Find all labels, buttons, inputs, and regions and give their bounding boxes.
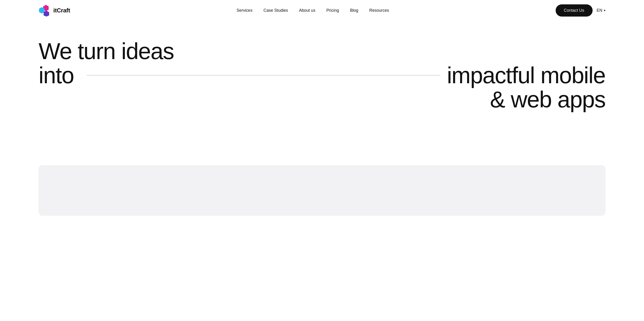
logo-icon xyxy=(38,4,51,17)
contact-us-button[interactable]: Contact Us xyxy=(556,4,592,17)
hero-line-1: We turn ideas xyxy=(38,39,605,63)
lang-label: EN xyxy=(597,8,602,13)
nav-resources[interactable]: Resources xyxy=(369,8,389,13)
nav-about-us[interactable]: About us xyxy=(299,8,315,13)
nav-pricing[interactable]: Pricing xyxy=(326,8,339,13)
logo[interactable]: itCraft xyxy=(38,4,70,17)
main-nav: Services Case Studies About us Pricing B… xyxy=(236,8,389,13)
language-selector[interactable]: EN ▾ xyxy=(597,8,606,13)
hero-line-2: into impactful mobile xyxy=(38,63,605,87)
chevron-down-icon: ▾ xyxy=(604,9,606,12)
nav-case-studies[interactable]: Case Studies xyxy=(264,8,288,13)
hero-into-text: into xyxy=(38,63,74,87)
logo-text: itCraft xyxy=(53,7,70,14)
hero-line-3: & web apps xyxy=(38,87,605,111)
nav-right: Contact Us EN ▾ xyxy=(556,4,606,17)
nav-blog[interactable]: Blog xyxy=(350,8,358,13)
hero-right-text: impactful mobile xyxy=(447,63,606,87)
hero-section: We turn ideas into impactful mobile & we… xyxy=(0,21,644,154)
hero-divider xyxy=(87,75,441,75)
site-header: itCraft Services Case Studies About us P… xyxy=(0,0,644,21)
nav-services[interactable]: Services xyxy=(236,8,252,13)
hero-image-placeholder xyxy=(38,165,605,216)
